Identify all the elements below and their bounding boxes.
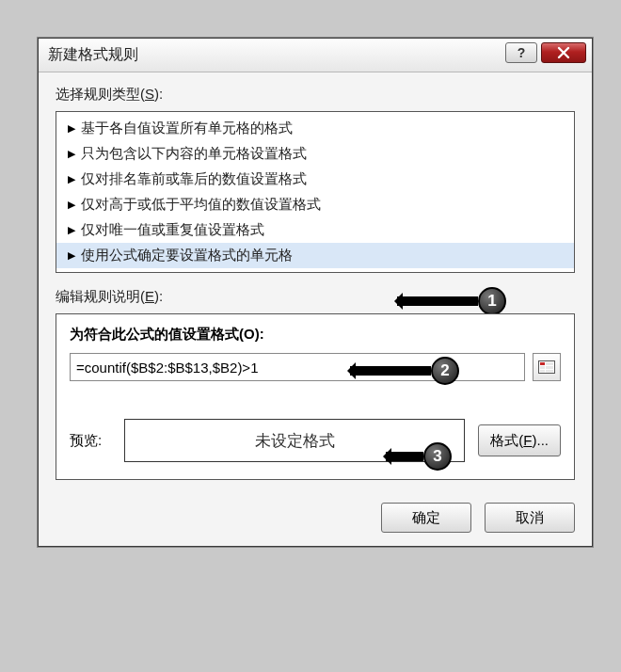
preview-box: 未设定格式: [124, 419, 465, 462]
rule-type-item[interactable]: ▶ 仅对唯一值或重复值设置格式: [56, 217, 574, 243]
formula-input[interactable]: [70, 353, 525, 381]
edit-rule-box: 为符合此公式的值设置格式(O):: [56, 313, 575, 480]
svg-rect-1: [540, 362, 545, 365]
titlebar-buttons: ?: [505, 42, 586, 63]
new-format-rule-dialog: 新建格式规则 ? 选择规则类型(S): ▶ 基于各自值设置所有单元格的格式 ▶ …: [38, 38, 593, 547]
rule-type-item-selected[interactable]: ▶ 使用公式确定要设置格式的单元格: [56, 243, 574, 268]
triangle-right-icon: ▶: [68, 122, 75, 135]
ok-button[interactable]: 确定: [381, 503, 471, 533]
preview-row: 预览: 未设定格式 格式(F)...: [70, 419, 561, 462]
formula-row: 2: [70, 353, 561, 381]
close-icon: [557, 46, 570, 59]
rule-type-item[interactable]: ▶ 只为包含以下内容的单元格设置格式: [56, 141, 574, 167]
rule-type-list[interactable]: ▶ 基于各自值设置所有单元格的格式 ▶ 只为包含以下内容的单元格设置格式 ▶ 仅…: [56, 111, 575, 273]
range-picker-button[interactable]: [533, 353, 561, 381]
svg-rect-3: [540, 366, 545, 369]
close-button[interactable]: [541, 42, 586, 63]
cancel-button[interactable]: 取消: [485, 503, 575, 533]
dialog-content: 选择规则类型(S): ▶ 基于各自值设置所有单元格的格式 ▶ 只为包含以下内容的…: [39, 72, 592, 493]
dialog-footer: 确定 取消: [39, 493, 592, 546]
spreadsheet-icon: [538, 360, 555, 374]
rule-type-item[interactable]: ▶ 基于各自值设置所有单元格的格式: [56, 116, 574, 141]
svg-rect-2: [546, 362, 553, 365]
svg-rect-6: [546, 370, 553, 373]
triangle-right-icon: ▶: [68, 199, 75, 211]
formula-format-label: 为符合此公式的值设置格式(O):: [70, 326, 561, 344]
triangle-right-icon: ▶: [68, 249, 75, 262]
preview-label: 预览:: [70, 432, 111, 450]
dialog-title: 新建格式规则: [48, 45, 138, 65]
edit-rule-desc-label: 编辑规则说明(E):: [56, 288, 575, 306]
titlebar[interactable]: 新建格式规则 ?: [39, 39, 592, 72]
help-button[interactable]: ?: [505, 42, 537, 63]
rule-type-item[interactable]: ▶ 仅对高于或低于平均值的数值设置格式: [56, 192, 574, 217]
svg-rect-4: [546, 366, 553, 369]
select-rule-type-label: 选择规则类型(S):: [56, 86, 575, 104]
svg-rect-5: [540, 370, 545, 373]
format-button[interactable]: 格式(F)...: [478, 424, 561, 456]
triangle-right-icon: ▶: [68, 173, 75, 185]
rule-type-item[interactable]: ▶ 仅对排名靠前或靠后的数值设置格式: [56, 167, 574, 192]
triangle-right-icon: ▶: [68, 148, 75, 160]
triangle-right-icon: ▶: [68, 224, 75, 236]
